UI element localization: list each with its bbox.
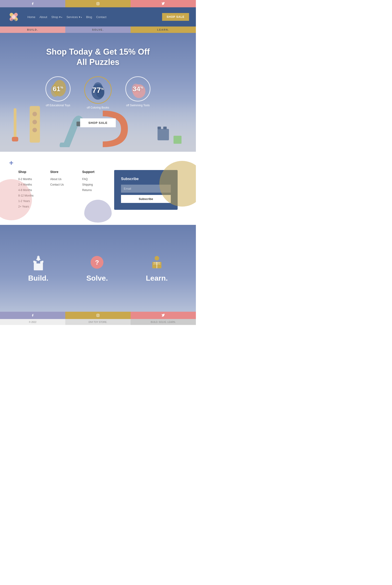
support-link-returns[interactable]: Returns [82, 187, 105, 193]
solve-icon: ? [89, 254, 105, 270]
bottom-hero-section: Build. ? Solve. Learn. [0, 225, 196, 312]
svg-point-17 [32, 112, 37, 116]
support-link-shipping[interactable]: Shipping [82, 182, 105, 187]
hero-section: Shop Today & Get 15% Off All Puzzles 61%… [0, 33, 196, 152]
svg-text:?: ? [95, 259, 99, 266]
plus-decoration: + [9, 159, 14, 167]
pct-coloring: 77% [92, 86, 104, 95]
store-heading: Store [50, 170, 73, 174]
facebook-icon [31, 2, 34, 5]
discount-coloring: 77% off Coloring Books [84, 76, 112, 109]
tagline-bar: BUILD. SOLVE. LEARN. [0, 27, 196, 33]
nav-about[interactable]: About [40, 15, 47, 19]
nav-contact[interactable]: Contact [96, 15, 106, 19]
nav-links: Home About Shop ▾ Services ▾ Blog Contac… [28, 15, 158, 19]
hero-title: Shop Today & Get 15% Off All Puzzles [41, 47, 155, 67]
instagram-bottom[interactable] [65, 312, 130, 319]
learn-label: Learn. [146, 274, 168, 282]
facebook-bottom[interactable] [0, 312, 65, 319]
instagram-bottom-icon [96, 314, 100, 317]
learn-column: Learn. [146, 254, 168, 282]
learn-icon [149, 254, 165, 270]
instagram-icon [96, 2, 100, 5]
nav-shop-dropdown[interactable]: Shop ▾ [51, 15, 62, 19]
twitter-bottom[interactable] [130, 312, 196, 319]
nav-blog[interactable]: Blog [86, 15, 92, 19]
copyright-left: © 2022 [0, 319, 65, 325]
build-column: Build. [28, 254, 48, 282]
store-link-about[interactable]: About Us [50, 176, 73, 182]
tagline-solve: SOLVE. [65, 27, 130, 33]
svg-point-35 [154, 256, 159, 260]
svg-point-39 [97, 315, 99, 316]
tagline-build: BUILD. [0, 27, 65, 33]
solve-column: ? Solve. [86, 254, 108, 282]
discount-circles: 61% off Educational Toys 77% off Colorin… [46, 76, 150, 109]
discount-educational: 61% off Educational Toys [46, 76, 70, 109]
nav-services-dropdown[interactable]: Services ▾ [66, 15, 82, 19]
navbar: STORE Home About Shop ▾ Services ▾ Blog … [0, 7, 196, 27]
twitter-bottom-icon [162, 314, 165, 317]
svg-rect-24 [174, 136, 182, 144]
svg-point-19 [32, 128, 37, 132]
hero-shop-sale-button[interactable]: SHOP SALE [80, 118, 116, 127]
support-link-faq[interactable]: FAQ [82, 176, 105, 182]
instagram-social-section[interactable] [65, 0, 130, 7]
build-label: Build. [28, 274, 48, 282]
build-icon [30, 254, 46, 270]
facebook-social-section[interactable] [0, 0, 65, 7]
copyright-center: DIVI TOY STORE. [65, 319, 130, 325]
svg-rect-16 [30, 106, 40, 143]
svg-rect-15 [12, 137, 18, 141]
twitter-icon [162, 2, 165, 5]
discount-swimming: 34% off Swimming Tools [125, 76, 150, 109]
svg-rect-31 [33, 261, 35, 262]
label-educational: off Educational Toys [46, 104, 70, 107]
label-swimming: off Swimming Tools [126, 104, 150, 107]
label-coloring: off Coloring Books [87, 106, 109, 109]
store-column: Store About Us Contact Us [50, 170, 73, 210]
svg-rect-32 [42, 261, 44, 262]
svg-point-18 [32, 120, 37, 124]
svg-rect-29 [38, 258, 39, 261]
shop-heading: Shop [18, 170, 41, 174]
support-heading: Support [82, 170, 105, 174]
shop-sale-button[interactable]: SHOP SALE [162, 13, 189, 21]
svg-point-5 [12, 15, 16, 19]
social-bar-top [0, 0, 196, 7]
pct-swimming: 34% [133, 85, 143, 93]
solve-label: Solve. [86, 274, 108, 282]
svg-rect-21 [158, 129, 169, 140]
copyright-bar: © 2022 DIVI TOY STORE. BUILD. SOLVE. LEA… [0, 319, 196, 325]
svg-rect-22 [158, 127, 161, 129]
svg-point-30 [37, 256, 40, 258]
svg-text:STORE: STORE [11, 19, 16, 21]
social-bar-bottom [0, 312, 196, 319]
svg-rect-38 [96, 314, 99, 317]
logo-icon: STORE [7, 10, 20, 24]
nav-home[interactable]: Home [28, 15, 36, 19]
svg-rect-14 [14, 108, 16, 138]
svg-point-1 [97, 3, 99, 4]
svg-rect-0 [96, 2, 99, 5]
tagline-learn: LEARN. [130, 27, 196, 33]
shop-link-0-2[interactable]: 0-2 Months [18, 176, 41, 182]
twitter-social-section[interactable] [130, 0, 196, 7]
pct-educational: 61% [53, 85, 63, 93]
svg-rect-23 [163, 127, 167, 129]
footer-links-section: + Shop 0-2 Months 2-4 Months 4-8 Months … [0, 152, 196, 225]
logo[interactable]: STORE [7, 10, 20, 24]
facebook-bottom-icon [31, 314, 34, 317]
store-link-contact[interactable]: Contact Us [50, 182, 73, 187]
copyright-right: BUILD. SOLVE. LEARN. [130, 319, 196, 325]
